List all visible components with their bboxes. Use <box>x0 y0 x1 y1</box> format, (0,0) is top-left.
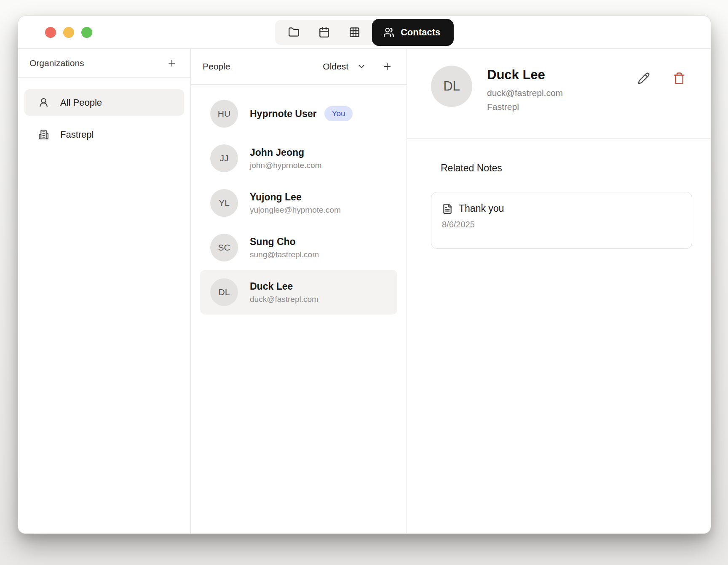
contact-detail-panel: DL Duck Lee duck@fastrepl.com Fastrepl <box>407 49 711 533</box>
view-switcher: Contacts <box>275 19 454 46</box>
organizations-sidebar: Organizations All People <box>18 49 191 533</box>
contacts-tab-label: Contacts <box>401 27 440 38</box>
avatar: DL <box>431 66 472 107</box>
person-row-hyprnote-user[interactable]: HU Hyprnote User You <box>200 91 397 136</box>
organizations-header: Organizations <box>18 49 190 78</box>
person-row-duck-lee[interactable]: DL Duck Lee duck@fastrepl.com <box>200 270 397 314</box>
person-row-yujong-lee[interactable]: YL Yujong Lee yujonglee@hyprnote.com <box>200 181 397 225</box>
main-content: Organizations All People <box>18 49 711 533</box>
avatar: YL <box>210 189 238 217</box>
chevron-down-icon <box>357 62 366 71</box>
add-organization-button[interactable] <box>165 56 179 70</box>
contact-email: duck@fastrepl.com <box>487 88 563 98</box>
users-icon <box>383 27 394 38</box>
person-name: Duck Lee <box>250 281 318 292</box>
sort-dropdown-value: Oldest <box>323 61 348 72</box>
organizations-list: All People Fastrepl <box>18 78 190 148</box>
tab-table[interactable] <box>339 20 369 45</box>
sidebar-item-label: All People <box>60 97 102 108</box>
person-email: sung@fastrepl.com <box>250 250 319 259</box>
person-email: john@hyprnote.com <box>250 161 321 170</box>
contact-name: Duck Lee <box>487 67 563 83</box>
person-email: yujonglee@hyprnote.com <box>250 205 341 215</box>
traffic-lights <box>45 16 92 49</box>
plus-icon <box>382 61 392 72</box>
building-icon <box>38 129 49 140</box>
note-date: 8/6/2025 <box>442 220 681 229</box>
app-window: Contacts Organizations <box>18 16 711 534</box>
avatar: JJ <box>210 144 238 172</box>
contact-detail-body: Related Notes Thank you 8/6/2025 <box>407 139 711 249</box>
desktop-background: Contacts Organizations <box>0 0 728 565</box>
person-name: John Jeong <box>250 147 321 158</box>
zoom-window-button[interactable] <box>81 27 92 38</box>
person-email: duck@fastrepl.com <box>250 295 318 304</box>
person-row-john-jeong[interactable]: JJ John Jeong john@hyprnote.com <box>200 136 397 181</box>
minimize-window-button[interactable] <box>63 27 74 38</box>
folder-icon <box>288 27 299 38</box>
sidebar-item-fastrepl[interactable]: Fastrepl <box>24 121 184 148</box>
people-header: People Oldest <box>191 49 407 85</box>
pencil-icon <box>637 72 650 85</box>
contact-organization: Fastrepl <box>487 102 563 112</box>
note-title: Thank you <box>459 203 504 214</box>
tab-contacts[interactable]: Contacts <box>372 19 454 46</box>
person-name: Hyprnote User <box>250 108 316 120</box>
organizations-title: Organizations <box>29 58 84 68</box>
edit-contact-button[interactable] <box>637 71 651 85</box>
contact-actions <box>637 66 686 138</box>
close-window-button[interactable] <box>45 27 56 38</box>
sidebar-item-all-people[interactable]: All People <box>24 89 184 116</box>
avatar: SC <box>210 234 238 261</box>
trash-icon <box>673 72 685 85</box>
tab-calendar[interactable] <box>309 20 339 45</box>
titlebar: Contacts <box>18 16 711 49</box>
avatar: DL <box>210 278 238 306</box>
person-row-sung-cho[interactable]: SC Sung Cho sung@fastrepl.com <box>200 225 397 270</box>
calendar-icon <box>318 27 329 38</box>
add-person-button[interactable] <box>380 60 394 73</box>
people-list: HU Hyprnote User You JJ John Jeong j <box>191 85 407 314</box>
view-switcher-group <box>275 20 384 45</box>
tab-notes[interactable] <box>278 20 309 45</box>
person-name: Yujong Lee <box>250 192 341 203</box>
sidebar-item-label: Fastrepl <box>60 129 94 140</box>
you-badge: You <box>324 106 352 121</box>
user-icon <box>38 97 49 108</box>
contact-detail-header: DL Duck Lee duck@fastrepl.com Fastrepl <box>407 49 711 139</box>
delete-contact-button[interactable] <box>672 71 686 85</box>
people-panel: People Oldest HU <box>191 49 407 533</box>
people-title: People <box>203 61 230 72</box>
file-text-icon <box>442 203 453 214</box>
avatar: HU <box>210 100 238 128</box>
related-notes-title: Related Notes <box>441 163 692 174</box>
plus-icon <box>167 58 177 68</box>
table-icon <box>348 27 360 38</box>
sort-dropdown[interactable]: Oldest <box>323 61 366 72</box>
note-card-thank-you[interactable]: Thank you 8/6/2025 <box>431 192 692 249</box>
person-name: Sung Cho <box>250 236 319 248</box>
